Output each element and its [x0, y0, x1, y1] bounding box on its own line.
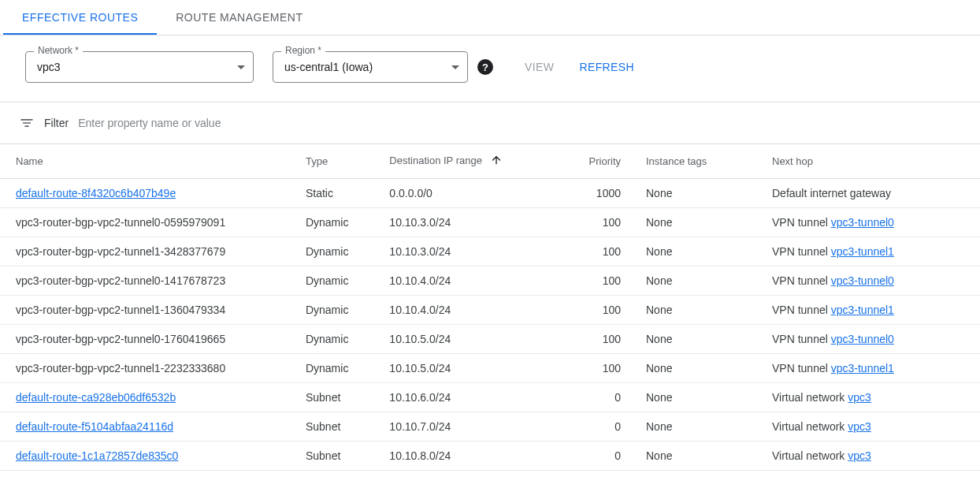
next-hop-link[interactable]: vpc3-tunnel0 [831, 216, 894, 229]
next-hop-link[interactable]: vpc3-tunnel1 [831, 304, 894, 316]
cell-tags: None [633, 412, 759, 442]
col-next-header[interactable]: Next hop [759, 144, 980, 179]
next-hop-link[interactable]: vpc3 [848, 420, 871, 433]
cell-tags: None [633, 442, 759, 471]
cell-priority: 0 [547, 383, 633, 412]
cell-type: Dynamic [293, 354, 377, 383]
cell-next-hop: VPN tunnel vpc3-tunnel1 [759, 296, 980, 325]
cell-dest: 10.10.6.0/24 [377, 383, 547, 412]
col-name-header[interactable]: Name [0, 144, 293, 179]
sort-asc-icon [490, 154, 503, 169]
network-select-value: vpc3 [37, 61, 231, 73]
routes-table: Name Type Destination IP range Priority … [0, 143, 980, 471]
table-row: default-route-8f4320c6b407b49eStatic0.0.… [0, 179, 980, 208]
cell-type: Dynamic [293, 296, 377, 325]
cell-type: Subnet [293, 412, 377, 442]
cell-priority: 100 [547, 325, 633, 354]
cell-name: vpc3-router-bgp-vpc2-tunnel1-3428377679 [0, 237, 293, 266]
cell-type: Dynamic [293, 208, 377, 237]
cell-name: vpc3-router-bgp-vpc2-tunnel0-1417678723 [0, 266, 293, 296]
cell-type: Static [293, 179, 377, 208]
cell-priority: 0 [547, 442, 633, 471]
table-row: default-route-f5104abfaa24116dSubnet10.1… [0, 412, 980, 442]
cell-priority: 100 [547, 296, 633, 325]
table-row: vpc3-router-bgp-vpc2-tunnel1-3428377679D… [0, 237, 980, 266]
col-type-header[interactable]: Type [293, 144, 377, 179]
refresh-button[interactable]: REFRESH [576, 54, 637, 80]
filter-icon[interactable] [19, 115, 35, 131]
cell-priority: 100 [547, 208, 633, 237]
cell-next-hop: Virtual network vpc3 [759, 412, 980, 442]
col-priority-header[interactable]: Priority [547, 144, 633, 179]
route-name-link[interactable]: default-route-1c1a72857de835c0 [16, 449, 178, 462]
col-dest-header[interactable]: Destination IP range [377, 144, 547, 179]
filter-bar: Filter [0, 102, 980, 143]
table-row: vpc3-router-bgp-vpc2-tunnel1-2232333680D… [0, 354, 980, 383]
network-select[interactable]: Network * vpc3 [25, 51, 254, 83]
cell-name: default-route-ca928eb06df6532b [0, 383, 293, 412]
cell-dest: 10.10.3.0/24 [377, 208, 547, 237]
cell-tags: None [633, 325, 759, 354]
cell-dest: 10.10.4.0/24 [377, 266, 547, 296]
cell-tags: None [633, 266, 759, 296]
cell-priority: 100 [547, 354, 633, 383]
cell-next-hop: Virtual network vpc3 [759, 442, 980, 471]
tab-effective-routes[interactable]: EFFECTIVE ROUTES [3, 0, 157, 35]
cell-tags: None [633, 179, 759, 208]
cell-name: default-route-1c1a72857de835c0 [0, 442, 293, 471]
region-select[interactable]: Region * us-central1 (Iowa) [273, 51, 468, 83]
cell-type: Dynamic [293, 266, 377, 296]
route-name-link[interactable]: default-route-ca928eb06df6532b [16, 391, 176, 404]
cell-dest: 10.10.5.0/24 [377, 354, 547, 383]
table-row: vpc3-router-bgp-vpc2-tunnel1-1360479334D… [0, 296, 980, 325]
table-row: default-route-1c1a72857de835c0Subnet10.1… [0, 442, 980, 471]
view-button[interactable]: VIEW [522, 54, 557, 80]
cell-name: vpc3-router-bgp-vpc2-tunnel1-2232333680 [0, 354, 293, 383]
next-hop-link[interactable]: vpc3-tunnel0 [831, 274, 894, 287]
cell-name: vpc3-router-bgp-vpc2-tunnel0-1760419665 [0, 325, 293, 354]
next-hop-link[interactable]: vpc3 [848, 391, 871, 404]
cell-tags: None [633, 354, 759, 383]
cell-tags: None [633, 237, 759, 266]
cell-next-hop: VPN tunnel vpc3-tunnel0 [759, 266, 980, 296]
cell-dest: 10.10.8.0/24 [377, 442, 547, 471]
col-dest-label: Destination IP range [389, 155, 482, 166]
cell-tags: None [633, 208, 759, 237]
next-hop-link[interactable]: vpc3-tunnel1 [831, 245, 894, 258]
cell-type: Dynamic [293, 325, 377, 354]
table-row: vpc3-router-bgp-vpc2-tunnel0-1760419665D… [0, 325, 980, 354]
cell-tags: None [633, 296, 759, 325]
cell-priority: 1000 [547, 179, 633, 208]
tabs: EFFECTIVE ROUTES ROUTE MANAGEMENT [0, 0, 980, 35]
cell-next-hop: VPN tunnel vpc3-tunnel0 [759, 325, 980, 354]
cell-dest: 10.10.7.0/24 [377, 412, 547, 442]
cell-priority: 100 [547, 237, 633, 266]
cell-type: Subnet [293, 383, 377, 412]
table-row: vpc3-router-bgp-vpc2-tunnel0-0595979091D… [0, 208, 980, 237]
tab-route-management[interactable]: ROUTE MANAGEMENT [157, 0, 321, 35]
filter-label: Filter [44, 117, 69, 129]
cell-type: Dynamic [293, 237, 377, 266]
cell-name: vpc3-router-bgp-vpc2-tunnel1-1360479334 [0, 296, 293, 325]
filter-input[interactable] [78, 114, 961, 132]
help-icon[interactable]: ? [477, 59, 493, 75]
chevron-down-icon [451, 65, 459, 69]
cell-name: default-route-f5104abfaa24116d [0, 412, 293, 442]
route-name-link[interactable]: default-route-f5104abfaa24116d [16, 420, 173, 433]
route-name-link[interactable]: default-route-8f4320c6b407b49e [16, 187, 176, 199]
cell-name: vpc3-router-bgp-vpc2-tunnel0-0595979091 [0, 208, 293, 237]
next-hop-link[interactable]: vpc3-tunnel1 [831, 362, 894, 375]
cell-dest: 10.10.3.0/24 [377, 237, 547, 266]
col-tags-header[interactable]: Instance tags [633, 144, 759, 179]
chevron-down-icon [237, 65, 245, 69]
controls-bar: Network * vpc3 Region * us-central1 (Iow… [0, 35, 980, 102]
next-hop-link[interactable]: vpc3 [848, 449, 871, 462]
cell-dest: 0.0.0.0/0 [377, 179, 547, 208]
region-select-label: Region * [281, 45, 325, 56]
cell-dest: 10.10.5.0/24 [377, 325, 547, 354]
cell-name: default-route-8f4320c6b407b49e [0, 179, 293, 208]
cell-next-hop: VPN tunnel vpc3-tunnel0 [759, 208, 980, 237]
table-row: default-route-ca928eb06df6532bSubnet10.1… [0, 383, 980, 412]
next-hop-link[interactable]: vpc3-tunnel0 [831, 333, 894, 345]
region-select-value: us-central1 (Iowa) [284, 61, 445, 73]
